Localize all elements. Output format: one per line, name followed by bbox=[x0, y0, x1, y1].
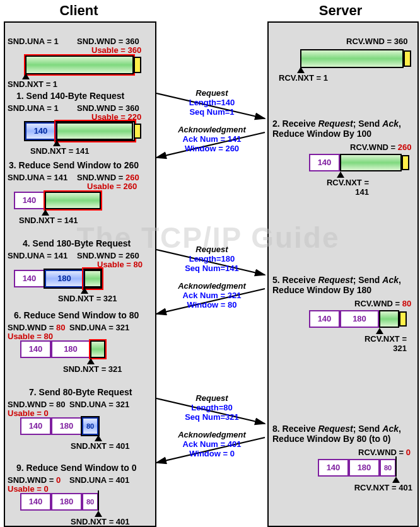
c3-title: 3. Reduce Send Window to 260 bbox=[9, 160, 139, 170]
sv0-rcv-wnd: RCV.WND = 360 bbox=[346, 37, 407, 46]
sv8-line bbox=[395, 456, 397, 477]
msg-request-2: Request Length=180 Seq Num=141 bbox=[156, 245, 267, 273]
sv5-title: 5. Receive Request; Send Ack, Reduce Win… bbox=[272, 275, 416, 295]
c1-snd-una: SND.UNA = 1 bbox=[8, 37, 59, 46]
c1-snd-nxt: SND.NXT = 1 bbox=[8, 79, 57, 89]
ack3-title: Acknowledgment bbox=[178, 430, 246, 439]
sv5-seg140: 140 bbox=[309, 310, 340, 328]
c9-nxt-tick bbox=[95, 511, 102, 517]
msg2-l2: Seq Num=141 bbox=[185, 264, 239, 273]
msg1-l2: Seq Num=1 bbox=[189, 107, 234, 117]
c3-snd-nxt: SND.NXT = 141 bbox=[19, 216, 78, 225]
c1-usable-window bbox=[24, 54, 135, 76]
c2-snd-nxt: SND.NXT = 141 bbox=[30, 146, 90, 156]
sv8-seg140: 140 bbox=[318, 459, 349, 477]
c3-seg140: 140 bbox=[14, 192, 45, 209]
ack3-l2: Window = 0 bbox=[189, 449, 235, 458]
c9-snd-una: SND.UNA = 401 bbox=[69, 475, 129, 485]
diagram-page: Client Server The TCP/IP Guide Request L… bbox=[0, 0, 420, 527]
c3-usable: Usable = 260 bbox=[87, 182, 137, 191]
sv2-title: 2. Receive Request; Send Ack, Reduce Win… bbox=[272, 119, 416, 139]
c4-snd-wnd: SND.WND = 260 bbox=[77, 251, 139, 260]
sv2-green bbox=[340, 154, 402, 171]
c7-seg140: 140 bbox=[20, 417, 51, 435]
c1-cap bbox=[134, 57, 141, 73]
c9-snd-wnd: SND.WND = 0 bbox=[8, 475, 61, 485]
c7-title: 7. Send 80-Byte Request bbox=[29, 387, 132, 397]
c6-usable: Usable = 80 bbox=[8, 332, 53, 341]
sv8-rcv-nxt: RCV.NXT = 401 bbox=[352, 483, 412, 492]
c1-title: 1. Send 140-Byte Request bbox=[16, 91, 124, 101]
sv8-seg180: 180 bbox=[349, 459, 380, 477]
c6-title: 6. Reduce Send Window to 80 bbox=[14, 310, 139, 320]
ack3-l1: Ack Num = 401 bbox=[183, 439, 242, 449]
ack1-l1: Ack Num = 141 bbox=[183, 134, 242, 144]
ack2-l1: Ack Num = 321 bbox=[183, 291, 242, 300]
c4-seg140: 140 bbox=[14, 270, 45, 287]
c9-line bbox=[98, 490, 99, 511]
sv2-cap bbox=[402, 155, 409, 170]
c2-snd-wnd: SND.WND = 360 bbox=[77, 103, 139, 113]
msg-request-1: Request Length=140 Seq Num=1 bbox=[156, 88, 267, 117]
c6-snd-wnd: SND.WND = 80 bbox=[8, 323, 65, 332]
sv2-rcv-nxt: RCV.NXT = 141 bbox=[312, 178, 369, 197]
ack1-l2: Window = 260 bbox=[185, 144, 239, 153]
c7-snd-wnd: SND.WND = 80 bbox=[8, 400, 65, 409]
c9-usable: Usable = 0 bbox=[8, 484, 49, 494]
sv8-rcv-wnd: RCV.WND = 0 bbox=[358, 448, 411, 457]
sv8-title: 8. Receive Request; Send Ack, Reduce Win… bbox=[272, 424, 416, 444]
c3-una-tick bbox=[42, 209, 49, 216]
sv5-rcv-nxt: RCV.NXT = 321 bbox=[350, 334, 407, 353]
c6-snd-nxt: SND.NXT = 321 bbox=[63, 364, 122, 374]
c4-usable: Usable = 80 bbox=[97, 260, 143, 269]
c7-nxt-tick bbox=[95, 435, 102, 441]
c1-snd-wnd: SND.WND = 360 bbox=[77, 37, 139, 46]
c7-seg180: 180 bbox=[51, 417, 82, 435]
msg2-title: Request bbox=[195, 245, 228, 254]
c3-snd-wnd-line: SND.WND = 260 bbox=[77, 173, 139, 182]
sv0-tick bbox=[297, 67, 305, 73]
c9-seg80: 80 bbox=[82, 493, 98, 511]
sv5-cap bbox=[399, 311, 407, 327]
sv2-seg140: 140 bbox=[309, 154, 340, 171]
c4-nxt-tick bbox=[81, 287, 88, 294]
sv2-rcv-wnd: RCV.WND = 260 bbox=[350, 142, 411, 152]
sv5-seg180: 180 bbox=[340, 310, 379, 328]
sv2-tick bbox=[337, 171, 344, 178]
c3-snd-una: SND.UNA = 141 bbox=[8, 173, 67, 182]
c1-usable: Usable = 360 bbox=[91, 45, 141, 55]
sv8-seg80: 80 bbox=[380, 459, 396, 477]
msg-ack-2: Acknowledgment Ack Num = 321 Window = 80 bbox=[156, 281, 267, 310]
c9-title: 9. Reduce Send Window to 0 bbox=[16, 463, 136, 473]
msg1-title: Request bbox=[195, 88, 228, 98]
sv5-green bbox=[379, 310, 399, 328]
c6-seg180: 180 bbox=[51, 340, 90, 358]
c1-una-tick bbox=[22, 73, 30, 79]
ack2-l2: Window = 80 bbox=[187, 300, 237, 310]
c2-nxt-tick bbox=[53, 140, 61, 146]
msg-request-3: Request Length=80 Seq Num=321 bbox=[156, 393, 267, 422]
c4-snd-nxt: SND.NXT = 321 bbox=[58, 294, 117, 303]
c2-cap bbox=[134, 124, 141, 139]
c4-usable-window bbox=[82, 267, 103, 290]
sv5-tick bbox=[376, 328, 383, 334]
c4-title: 4. Send 180-Byte Request bbox=[23, 238, 131, 248]
c7-snd-una: SND.UNA = 321 bbox=[69, 400, 129, 409]
c6-seg140: 140 bbox=[20, 340, 51, 358]
c9-snd-nxt: SND.NXT = 401 bbox=[71, 517, 130, 526]
c6-nxt-tick bbox=[87, 358, 95, 364]
c7-usable: Usable = 0 bbox=[8, 408, 49, 418]
ack1-title: Acknowledgment bbox=[178, 125, 246, 134]
ack2-title: Acknowledgment bbox=[178, 281, 246, 291]
c4-snd-una: SND.UNA = 141 bbox=[8, 251, 67, 260]
sv0-cap bbox=[404, 50, 411, 67]
sv5-rcv-wnd: RCV.WND = 80 bbox=[354, 299, 411, 308]
sv0-rcv-nxt: RCV.NXT = 1 bbox=[277, 73, 328, 83]
msg-ack-3: Acknowledgment Ack Num = 401 Window = 0 bbox=[156, 430, 267, 458]
c9-seg140: 140 bbox=[20, 493, 51, 511]
c7-snd-nxt: SND.NXT = 401 bbox=[71, 441, 130, 451]
c3-usable-window bbox=[44, 190, 102, 211]
msg2-l1: Length=180 bbox=[189, 254, 235, 264]
sv8-tick bbox=[392, 477, 400, 483]
c6-snd-una: SND.UNA = 321 bbox=[69, 323, 129, 332]
